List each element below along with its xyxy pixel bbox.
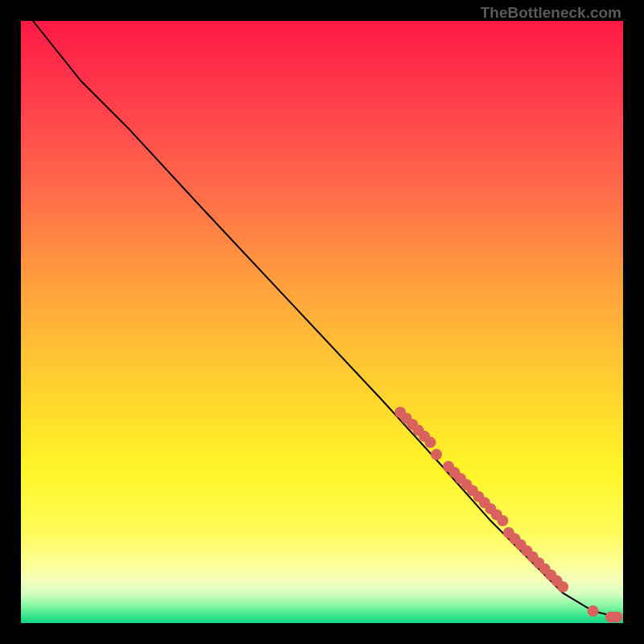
attribution-label: TheBottleneck.com [481, 5, 621, 20]
data-point [612, 612, 623, 623]
plot-svg [21, 21, 623, 623]
data-points [394, 407, 622, 622]
data-point [588, 605, 599, 617]
data-point [431, 449, 442, 460]
chart-container: TheBottleneck.com [0, 0, 644, 644]
bottleneck-curve [33, 21, 617, 617]
data-point [497, 515, 508, 526]
data-point [557, 581, 568, 592]
curve-line [33, 21, 617, 617]
data-point [425, 437, 436, 448]
